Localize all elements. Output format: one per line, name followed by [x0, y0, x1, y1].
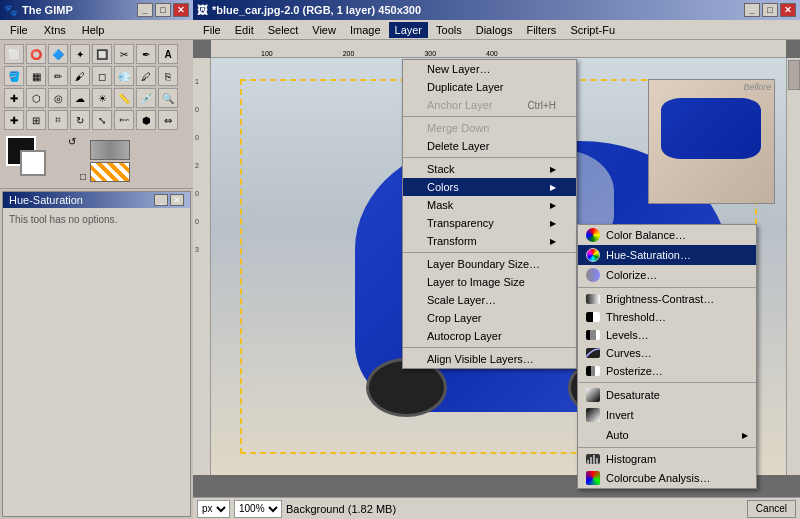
layer-menu-scale[interactable]: Scale Layer… [403, 291, 576, 309]
layer-menu-boundary-size[interactable]: Layer Boundary Size… [403, 255, 576, 273]
layer-menu-new[interactable]: New Layer… [403, 60, 576, 78]
tool-dodge-burn[interactable]: ☀ [92, 88, 112, 108]
tool-path[interactable]: ✒ [136, 44, 156, 64]
svg-rect-0 [587, 460, 589, 464]
tool-select-by-color[interactable]: 🔲 [92, 44, 112, 64]
levels-item[interactable]: Levels… [578, 326, 756, 344]
toolbox-menu-bar: File Xtns Help [0, 20, 193, 40]
tool-ink[interactable]: 🖊 [136, 66, 156, 86]
tool-clone[interactable]: ⎘ [158, 66, 178, 86]
menu-view[interactable]: View [306, 22, 342, 38]
tool-shear[interactable]: ⬳ [114, 110, 134, 130]
menu-filters[interactable]: Filters [520, 22, 562, 38]
tool-scissors[interactable]: ✂ [114, 44, 134, 64]
reset-colors[interactable]: □ [80, 171, 86, 182]
tool-rotate[interactable]: ↻ [70, 110, 90, 130]
tool-heal[interactable]: ✚ [4, 88, 24, 108]
tool-free-select[interactable]: 🔷 [48, 44, 68, 64]
hue-sat-close[interactable]: ✕ [170, 194, 184, 206]
colors-div-2 [578, 382, 756, 383]
active-brush[interactable] [90, 140, 130, 160]
menu-select[interactable]: Select [262, 22, 305, 38]
tool-perspective[interactable]: ⬢ [136, 110, 156, 130]
svg-rect-2 [593, 455, 595, 464]
tool-airbrush[interactable]: 💨 [114, 66, 134, 86]
color-balance-item[interactable]: Color Balance… [578, 225, 756, 245]
tool-eraser[interactable]: ◻ [92, 66, 112, 86]
tool-blend[interactable]: ▦ [26, 66, 46, 86]
layer-menu-transform[interactable]: Transform ▶ [403, 232, 576, 250]
threshold-item[interactable]: Threshold… [578, 308, 756, 326]
layer-menu-mask[interactable]: Mask ▶ [403, 196, 576, 214]
image-minimize[interactable]: _ [744, 3, 760, 17]
minimize-button[interactable]: _ [137, 3, 153, 17]
svg-rect-3 [596, 458, 598, 464]
menu-help[interactable]: Help [78, 23, 109, 37]
layer-menu-align-visible[interactable]: Align Visible Layers… [403, 350, 576, 368]
tool-scale[interactable]: ⤡ [92, 110, 112, 130]
colors-submenu: Color Balance… Hue-Saturation… Colorize…… [577, 224, 757, 489]
menu-image[interactable]: Image [344, 22, 387, 38]
tool-smudge[interactable]: ☁ [70, 88, 90, 108]
tool-text[interactable]: A [158, 44, 178, 64]
tool-alignment[interactable]: ⊞ [26, 110, 46, 130]
menu-layer[interactable]: Layer [389, 22, 429, 38]
image-title: *blue_car.jpg-2.0 (RGB, 1 layer) 450x300 [212, 4, 421, 16]
tool-crop[interactable]: ⌗ [48, 110, 68, 130]
scroll-right[interactable] [786, 58, 800, 475]
invert-item[interactable]: Invert [578, 405, 756, 425]
posterize-item[interactable]: Posterize… [578, 362, 756, 380]
histogram-item[interactable]: Histogram [578, 450, 756, 468]
tool-measure[interactable]: 📏 [114, 88, 134, 108]
unit-select[interactable]: px [197, 500, 230, 518]
tool-fuzzy-select[interactable]: ✦ [70, 44, 90, 64]
layer-menu-to-image-size[interactable]: Layer to Image Size [403, 273, 576, 291]
menu-xtns[interactable]: Xtns [40, 23, 70, 37]
tool-zoom[interactable]: 🔍 [158, 88, 178, 108]
layer-menu-anchor: Anchor Layer Ctrl+H [403, 96, 576, 114]
layer-menu-divider-1 [403, 116, 576, 117]
tool-move[interactable]: ✚ [4, 110, 24, 130]
colors-div-3 [578, 447, 756, 448]
layer-menu-stack[interactable]: Stack ▶ [403, 160, 576, 178]
cancel-button[interactable]: Cancel [747, 500, 796, 518]
auto-item[interactable]: Auto ▶ [578, 425, 756, 445]
tool-color-picker[interactable]: 💉 [136, 88, 156, 108]
layer-menu-transparency[interactable]: Transparency ▶ [403, 214, 576, 232]
menu-dialogs[interactable]: Dialogs [470, 22, 519, 38]
tool-rect-select[interactable]: ⬜ [4, 44, 24, 64]
layer-menu-crop[interactable]: Crop Layer [403, 309, 576, 327]
tool-bucket-fill[interactable]: 🪣 [4, 66, 24, 86]
tool-ellipse-select[interactable]: ⭕ [26, 44, 46, 64]
active-pattern[interactable] [90, 162, 130, 182]
menu-script-fu[interactable]: Script-Fu [564, 22, 621, 38]
tool-paintbrush[interactable]: 🖌 [70, 66, 90, 86]
hue-sat-minimize[interactable]: _ [154, 194, 168, 206]
brightness-contrast-item[interactable]: Brightness-Contrast… [578, 290, 756, 308]
image-close[interactable]: ✕ [780, 3, 796, 17]
tool-flip[interactable]: ⇔ [158, 110, 178, 130]
auto-icon [586, 428, 600, 442]
zoom-select[interactable]: 100% [234, 500, 282, 518]
colorcube-item[interactable]: Colorcube Analysis… [578, 468, 756, 488]
menu-edit[interactable]: Edit [229, 22, 260, 38]
maximize-button[interactable]: □ [155, 3, 171, 17]
tool-blur-sharpen[interactable]: ◎ [48, 88, 68, 108]
layer-menu-duplicate[interactable]: Duplicate Layer [403, 78, 576, 96]
layer-menu-autocrop[interactable]: Autocrop Layer [403, 327, 576, 345]
background-color[interactable] [20, 150, 46, 176]
desaturate-item[interactable]: Desaturate [578, 385, 756, 405]
hue-saturation-item[interactable]: Hue-Saturation… [578, 245, 756, 265]
menu-file[interactable]: File [6, 23, 32, 37]
layer-menu-delete[interactable]: Delete Layer [403, 137, 576, 155]
image-maximize[interactable]: □ [762, 3, 778, 17]
curves-item[interactable]: Curves… [578, 344, 756, 362]
menu-file[interactable]: File [197, 22, 227, 38]
swap-colors[interactable]: ↺ [68, 136, 76, 147]
tool-pencil[interactable]: ✏ [48, 66, 68, 86]
close-button[interactable]: ✕ [173, 3, 189, 17]
menu-tools[interactable]: Tools [430, 22, 468, 38]
layer-menu-colors[interactable]: Colors ▶ [403, 178, 576, 196]
tool-perspective-clone[interactable]: ⬡ [26, 88, 46, 108]
colorize-item[interactable]: Colorize… [578, 265, 756, 285]
